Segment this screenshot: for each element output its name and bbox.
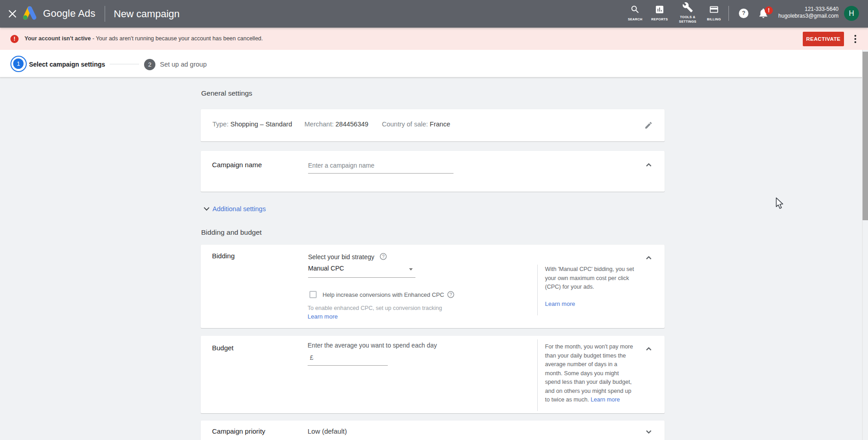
svg-text:?: ?	[382, 254, 385, 259]
svg-text:?: ?	[449, 292, 452, 297]
